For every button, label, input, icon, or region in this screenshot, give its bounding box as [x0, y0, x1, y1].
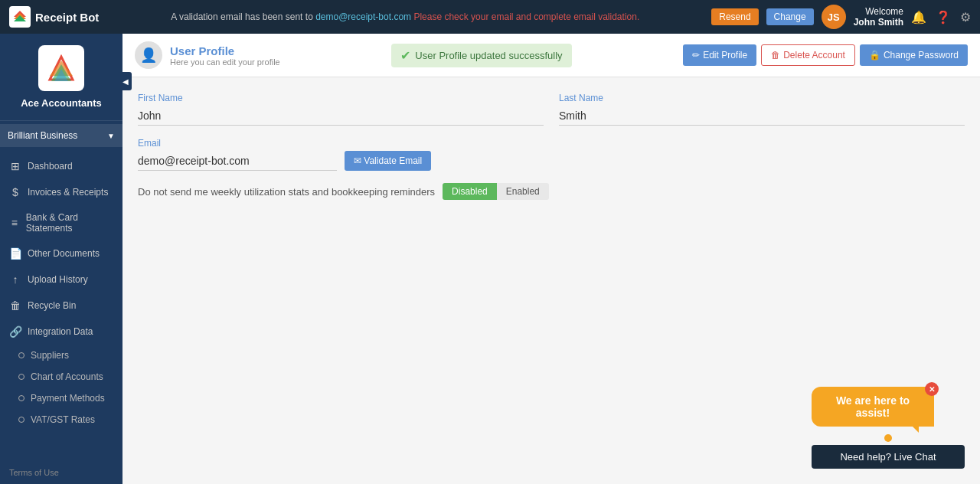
chat-widget: We are here to assist! ✕ Need help? Live… — [812, 387, 965, 469]
validation-msg-after: Please check your email and complete ema… — [413, 11, 639, 22]
sidebar-item-label: Upload History — [28, 274, 88, 285]
first-name-label: First Name — [138, 93, 544, 103]
validation-msg-before: A validation email has been sent to — [171, 11, 312, 22]
settings-icon[interactable]: ⚙ — [960, 10, 971, 25]
email-label: Email — [138, 138, 337, 149]
toggle-disabled-button[interactable]: Disabled — [443, 183, 497, 200]
chat-bubble-text: We are here to assist! — [836, 394, 910, 419]
chat-dot — [884, 434, 892, 442]
validate-email-button[interactable]: ✉ Validate Email — [345, 151, 431, 171]
change-password-button[interactable]: 🔒 Change Password — [860, 44, 968, 66]
profile-header-left: 👤 User Profile Here you can edit your pr… — [135, 41, 280, 69]
lock-icon: 🔒 — [869, 50, 880, 60]
success-icon: ✔ — [400, 48, 410, 63]
sidebar-item-bank[interactable]: ≡ Bank & Card Statements — [0, 205, 122, 240]
sidebar-collapse-btn[interactable]: ◀ — [119, 72, 132, 90]
sidebar-item-label: Invoices & Receipts — [28, 187, 108, 198]
sidebar-subitem-suppliers[interactable]: Suppliers — [0, 345, 122, 366]
delete-account-label: Delete Account — [783, 50, 845, 60]
sidebar-item-integration[interactable]: 🔗 Integration Data — [0, 319, 122, 345]
other-docs-icon: 📄 — [9, 247, 21, 260]
toggle-row: Do not send me weekly utilization stats … — [138, 183, 965, 200]
dot-icon — [18, 374, 24, 380]
sidebar-item-recycle[interactable]: 🗑 Recycle Bin — [0, 293, 122, 319]
profile-header: 👤 User Profile Here you can edit your pr… — [122, 34, 980, 77]
sidebar: ◀ Ace Accountants Brilliant Business ▼ ⊞… — [0, 34, 122, 484]
profile-subtitle: Here you can edit your profile — [170, 57, 280, 67]
delete-account-button[interactable]: 🗑 Delete Account — [761, 44, 855, 66]
email-group: Email ✉ Validate Email — [138, 138, 965, 171]
bell-icon[interactable]: 🔔 — [911, 10, 926, 25]
profile-actions: ✏ Edit Profile 🗑 Delete Account 🔒 Change… — [683, 44, 968, 66]
topbar-left: Receipt Bot — [9, 6, 99, 28]
invoices-icon: $ — [9, 186, 21, 198]
sidebar-item-label: Other Documents — [28, 248, 100, 259]
welcome-text: Welcome John Smith — [854, 6, 903, 28]
live-chat-button[interactable]: Need help? Live Chat — [812, 445, 965, 469]
last-name-group: Last Name — [559, 93, 965, 126]
upload-icon: ↑ — [9, 273, 21, 286]
sidebar-item-label: Integration Data — [28, 326, 93, 337]
sidebar-subitem-chart[interactable]: Chart of Accounts — [0, 366, 122, 388]
success-banner: ✔ User Profile updated successfully — [391, 44, 571, 67]
sidebar-subitem-label: VAT/GST Rates — [31, 414, 95, 425]
nav-section: ⊞ Dashboard $ Invoices & Receipts ≡ Bank… — [0, 153, 122, 430]
toggle-label: Do not send me weekly utilization stats … — [138, 186, 435, 198]
topbar-right: Resend Change JS Welcome John Smith 🔔 ❓ … — [711, 5, 971, 29]
chevron-down-icon: ▼ — [107, 132, 115, 140]
sidebar-footer: Terms of Use — [0, 460, 122, 484]
user-name: John Smith — [854, 17, 903, 28]
topbar-logo: Receipt Bot — [9, 6, 99, 28]
integration-icon: 🔗 — [9, 325, 21, 338]
email-input[interactable] — [138, 152, 337, 171]
company-logo-area: Ace Accountants — [0, 34, 122, 121]
recycle-icon: 🗑 — [9, 299, 21, 312]
sidebar-item-label: Dashboard — [28, 161, 73, 172]
edit-profile-button[interactable]: ✏ Edit Profile — [683, 44, 756, 66]
receipt-bot-logo-icon — [9, 6, 31, 28]
edit-profile-label: Edit Profile — [703, 50, 747, 60]
help-icon[interactable]: ❓ — [936, 10, 951, 25]
sidebar-item-invoices[interactable]: $ Invoices & Receipts — [0, 179, 122, 205]
sidebar-subitem-payment[interactable]: Payment Methods — [0, 388, 122, 409]
topbar: Receipt Bot A validation email has been … — [0, 0, 980, 34]
last-name-input[interactable] — [559, 106, 965, 126]
validation-email[interactable]: demo@receipt-bot.com — [315, 11, 411, 22]
dot-icon — [18, 352, 24, 358]
chat-close-button[interactable]: ✕ — [925, 382, 939, 396]
dot-icon — [18, 417, 24, 423]
sidebar-item-dashboard[interactable]: ⊞ Dashboard — [0, 153, 122, 179]
business-selector[interactable]: Brilliant Business ▼ — [0, 124, 122, 147]
sidebar-subitem-vat[interactable]: VAT/GST Rates — [0, 409, 122, 430]
dashboard-icon: ⊞ — [9, 160, 21, 172]
change-email-button[interactable]: Change — [766, 8, 814, 25]
change-password-label: Change Password — [884, 50, 959, 60]
sidebar-subitem-label: Payment Methods — [31, 393, 105, 404]
sidebar-item-other[interactable]: 📄 Other Documents — [0, 240, 122, 267]
pencil-icon: ✏ — [692, 50, 700, 60]
email-input-group: Email — [138, 138, 337, 171]
toggle-enabled-button[interactable]: Enabled — [497, 183, 549, 200]
profile-title-group: User Profile Here you can edit your prof… — [170, 44, 280, 67]
name-row: First Name Last Name — [138, 93, 965, 126]
company-name: Ace Accountants — [21, 97, 102, 109]
bank-icon: ≡ — [9, 217, 20, 229]
avatar: JS — [822, 5, 846, 29]
sidebar-item-label: Bank & Card Statements — [26, 212, 113, 234]
first-name-group: First Name — [138, 93, 544, 126]
first-name-input[interactable] — [138, 106, 544, 126]
terms-link[interactable]: Terms of Use — [9, 468, 59, 477]
success-message: User Profile updated successfully — [415, 50, 562, 61]
company-logo-box — [38, 45, 84, 91]
business-selector-text: Brilliant Business — [8, 130, 77, 141]
profile-avatar-icon: 👤 — [135, 41, 162, 69]
sidebar-item-upload[interactable]: ↑ Upload History — [0, 267, 122, 293]
trash-icon: 🗑 — [771, 50, 780, 60]
validation-banner: A validation email has been sent to demo… — [99, 11, 711, 22]
resend-button[interactable]: Resend — [711, 8, 758, 25]
last-name-label: Last Name — [559, 93, 965, 103]
welcome-label: Welcome — [854, 6, 903, 17]
logo-text: Receipt Bot — [35, 11, 99, 24]
sidebar-subitem-label: Suppliers — [31, 350, 69, 361]
chat-bubble: We are here to assist! ✕ — [812, 387, 934, 427]
